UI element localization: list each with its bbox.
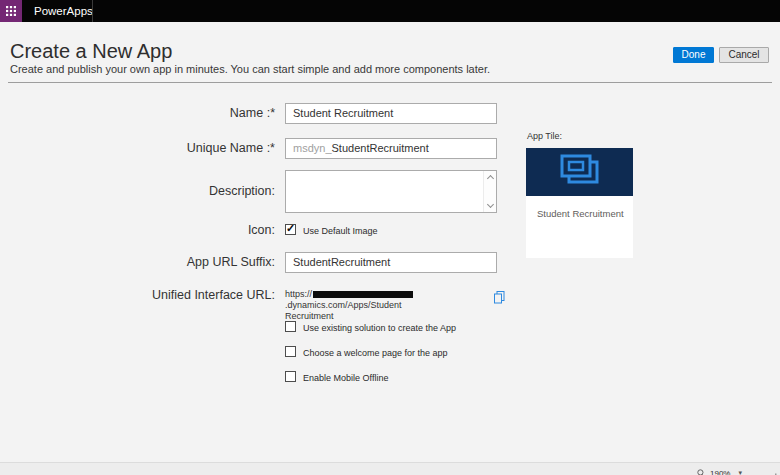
status-bar [0,462,780,475]
app-url-suffix-value: StudentRecruitment [293,256,390,268]
description-scrollbar[interactable] [483,171,496,212]
zoom-control[interactable]: 190% ▾ [697,464,742,475]
redacted-org-name [313,291,413,298]
unified-interface-url-value: https://.dynamics.com/Apps/Student Recru… [285,289,497,322]
resize-grip-icon[interactable] [769,465,777,475]
url-line-1: https://.dynamics.com/Apps/Student [285,289,497,311]
check-icon: ✓ [286,222,295,235]
unique-name-label: Unique Name :* [10,138,275,159]
app-tile-icon [558,153,602,191]
app-url-suffix-input[interactable]: StudentRecruitment [285,252,497,273]
use-existing-solution-label: Use existing solution to create the App [303,323,456,333]
app-tile-label: App Tile: [527,131,562,141]
page-subtitle: Create and publish your own app in minut… [10,63,490,75]
topbar-app-name[interactable]: PowerApps [34,0,93,22]
url-line-2: Recruitment [285,311,497,322]
choose-welcome-page-label: Choose a welcome page for the app [303,348,448,358]
done-button[interactable]: Done [673,47,714,63]
top-navigation-bar: PowerApps [0,0,780,22]
zoom-dropdown-caret-icon: ▾ [738,469,742,475]
app-tile-title: Student Recruitment [537,208,624,219]
app-tile-card[interactable]: Student Recruitment [526,148,633,258]
app-launcher-button[interactable] [0,0,22,22]
app-tile-image [526,148,633,196]
name-input[interactable]: Student Recruitment [285,103,497,124]
unique-name-prefix: msdyn_ [293,142,332,154]
unique-name-input[interactable]: msdyn_StudentRecruitment [285,138,497,159]
enable-mobile-offline-checkbox[interactable]: ✓ [285,371,296,382]
topbar-separator [92,0,93,22]
page-title: Create a New App [10,40,172,63]
enable-mobile-offline-label: Enable Mobile Offline [303,373,388,383]
header-divider [8,82,772,83]
icon-label: Icon: [10,224,275,236]
create-new-app-page: PowerApps Create a New App Create and pu… [0,0,780,475]
name-input-value: Student Recruitment [293,107,393,119]
url-prefix: https:// [285,289,312,299]
zoom-level-text: 190% [710,469,730,475]
use-default-image-checkbox[interactable]: ✓ [285,224,296,235]
scroll-down-icon[interactable] [486,201,493,208]
magnifier-icon [697,464,706,475]
description-textarea[interactable] [285,170,497,213]
unified-interface-url-label: Unified Interface URL: [10,289,275,301]
cancel-button[interactable]: Cancel [719,47,769,63]
description-label: Description: [10,170,275,213]
copy-icon [494,290,505,307]
choose-welcome-page-checkbox[interactable]: ✓ [285,346,296,357]
copy-url-button[interactable] [494,290,505,308]
unique-name-value: StudentRecruitment [332,142,429,154]
scroll-up-icon[interactable] [486,175,493,182]
use-default-image-label: Use Default Image [303,226,378,236]
app-url-suffix-label: App URL Suffix: [10,252,275,273]
url-suffix-line1: .dynamics.com/Apps/Student [285,300,402,310]
use-existing-solution-checkbox[interactable]: ✓ [285,321,296,332]
name-label: Name :* [10,103,275,124]
waffle-icon [6,2,16,20]
